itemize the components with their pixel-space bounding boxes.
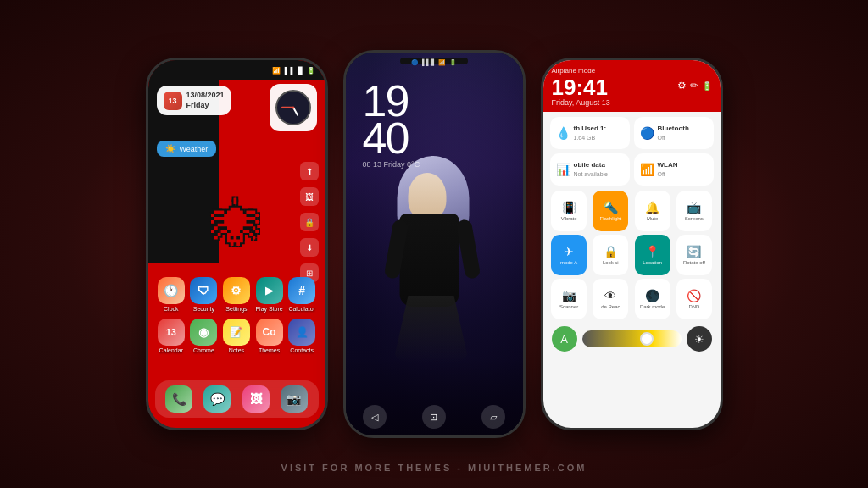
- right-battery-icon: 🔋: [702, 81, 712, 91]
- control-tile-mobile-data[interactable]: 📊 obile data Not available: [550, 153, 630, 186]
- rotate-icon: 🔄: [687, 245, 701, 258]
- date-widget[interactable]: 13 13/08/2021 Friday: [157, 86, 231, 115]
- spiderman-logo: 🕷: [211, 200, 262, 251]
- icon-airplane[interactable]: ✈ mode A: [551, 235, 587, 275]
- girl-figure: [385, 156, 495, 410]
- app-label-security: Security: [193, 306, 214, 312]
- icon-reader[interactable]: 👁 de Reac: [593, 279, 628, 319]
- app-settings[interactable]: ⚙ Settings: [220, 277, 253, 312]
- app-label-playstore: Play Store: [255, 306, 282, 312]
- right-date: Friday, August 13: [552, 98, 610, 107]
- center-battery-icon: 🔋: [449, 59, 457, 66]
- sun-icon: ☀: [694, 333, 704, 346]
- icon-location[interactable]: 📍 Location: [635, 235, 670, 275]
- app-icon-playstore: ▶: [256, 277, 283, 304]
- brightness-slider[interactable]: [582, 330, 682, 347]
- app-calculator[interactable]: # Calculator: [286, 277, 318, 312]
- left-notch-bar: 📶 ▌▌ ▊ 🔋: [148, 60, 326, 80]
- right-gear-icon[interactable]: ⚙: [677, 80, 687, 92]
- icon-flashlight[interactable]: 🔦 Flashlight: [593, 191, 628, 231]
- weather-bar[interactable]: ☀️ Weather: [157, 141, 217, 157]
- icon-mute[interactable]: 🔔 Mute: [635, 191, 670, 231]
- right-time: 19:41: [552, 76, 610, 98]
- bottom-sun-button[interactable]: ☀: [687, 326, 712, 352]
- control-row-2: 📊 obile data Not available 📶 WLAN Off: [550, 153, 714, 186]
- brightness-handle: [640, 332, 654, 346]
- icon-lockscreen[interactable]: 🔒 Lock si: [593, 235, 628, 275]
- side-icons: ⬆ 🖼 🔒 ⬇ ⊞: [300, 162, 319, 282]
- app-chrome[interactable]: ◉ Chrome: [187, 319, 220, 353]
- dock-phone[interactable]: 📞: [163, 385, 195, 413]
- side-icon-lock[interactable]: 🔒: [300, 213, 319, 231]
- wlan-icon: 📶: [640, 163, 654, 176]
- phone-center: 🔵 ▌▌▊ 📶 🔋 19 40 08 13 Friday 0°C ◁ ⊡ ▱: [343, 50, 526, 438]
- app-calendar[interactable]: 13 Calendar: [155, 319, 187, 353]
- bluetooth-icon: 🔵: [640, 126, 654, 140]
- reader-icon: 👁: [604, 289, 616, 302]
- app-icon-clock: 🕐: [158, 277, 185, 304]
- dock-icon-messages: 💬: [203, 385, 231, 413]
- a-letter: A: [560, 333, 568, 346]
- flashlight-icon: 🔦: [604, 201, 618, 214]
- date-text: 13/08/2021 Friday: [186, 91, 225, 110]
- control-row-1: 💧 th Used 1: 1.64 GB 🔵 Bluetooth Off: [550, 117, 714, 149]
- app-clock[interactable]: 🕐 Clock: [155, 277, 187, 312]
- bottom-a-button[interactable]: A: [552, 326, 577, 352]
- app-playstore[interactable]: ▶ Play Store: [253, 277, 286, 312]
- weather-icon: ☀️: [165, 144, 175, 153]
- app-contacts[interactable]: 👤 Contacts: [286, 319, 318, 353]
- flashlight-label: Flashlight: [600, 216, 622, 221]
- icon-dnd[interactable]: 🚫 DND: [676, 279, 712, 319]
- app-icon-notes: 📝: [223, 319, 250, 346]
- right-edit-icon[interactable]: ✏: [690, 80, 698, 92]
- icon-row-1: 📳 Vibrate 🔦 Flashlight 🔔 Mute 📺 Screens: [550, 191, 714, 231]
- center-status-bar: 🔵 ▌▌▊ 📶 🔋: [354, 59, 515, 66]
- center-wifi-icon: 📶: [438, 59, 446, 66]
- center-bluetooth-icon: 🔵: [411, 59, 419, 66]
- app-label-chrome: Chrome: [193, 347, 214, 353]
- airplane-mode-label: Airplane mode: [552, 67, 712, 75]
- app-label-settings: Settings: [225, 306, 247, 312]
- airplane-icon: ✈: [564, 245, 574, 258]
- rotate-label: Rotate off: [683, 260, 705, 265]
- dock-gallery[interactable]: 🖼: [240, 385, 272, 413]
- data-icon: 💧: [556, 126, 570, 140]
- darkmode-icon: 🌑: [645, 289, 659, 302]
- control-tile-bluetooth[interactable]: 🔵 Bluetooth Off: [634, 117, 714, 149]
- lockscreen-icon: 🔒: [604, 245, 618, 258]
- icon-scanner[interactable]: 📷 Scanner: [551, 279, 587, 319]
- data-tile-text: th Used 1: 1.64 GB: [574, 125, 607, 141]
- wlan-text: WLAN Off: [658, 161, 678, 177]
- side-icon-image[interactable]: 🖼: [300, 187, 319, 206]
- icon-rotate[interactable]: 🔄 Rotate off: [676, 235, 712, 275]
- control-tile-data[interactable]: 💧 th Used 1: 1.64 GB: [550, 117, 630, 149]
- app-security[interactable]: 🛡 Security: [187, 277, 220, 312]
- icon-vibrate[interactable]: 📳 Vibrate: [551, 191, 587, 231]
- right-header: Airplane mode 19:41 Friday, August 13 ⚙ …: [543, 60, 721, 112]
- icon-screens[interactable]: 📺 Screens: [676, 191, 712, 231]
- weather-label: Weather: [180, 145, 209, 153]
- icon-darkmode[interactable]: 🌑 Dark mode: [635, 279, 670, 319]
- dock-camera[interactable]: 📷: [278, 385, 310, 413]
- center-nav-back[interactable]: ◁: [363, 405, 387, 429]
- app-row-2: 13 Calendar ◉ Chrome 📝 Notes Co Themes: [155, 319, 319, 353]
- app-label-calendar: Calendar: [159, 347, 183, 353]
- app-themes[interactable]: Co Themes: [253, 319, 286, 353]
- airplane-label: mode A: [560, 260, 577, 265]
- side-icon-download[interactable]: ⬇: [300, 238, 319, 257]
- center-nav-recent[interactable]: ▱: [481, 405, 505, 429]
- side-icon-upload[interactable]: ⬆: [300, 162, 319, 180]
- icon-grid-section: 📳 Vibrate 🔦 Flashlight 🔔 Mute 📺 Screens: [543, 191, 721, 319]
- dock: 📞 💬 🖼 📷: [155, 380, 319, 418]
- control-tile-wlan[interactable]: 📶 WLAN Off: [634, 153, 714, 186]
- mute-label: Mute: [647, 216, 658, 221]
- dock-messages[interactable]: 💬: [201, 385, 233, 413]
- center-nav-home[interactable]: ⊡: [422, 405, 446, 429]
- screens-icon: 📺: [687, 201, 701, 214]
- app-icon-calendar: 13: [158, 319, 185, 346]
- center-bottom-bar: ◁ ⊡ ▱: [346, 405, 523, 429]
- clock-widget[interactable]: [270, 84, 317, 131]
- app-label-themes: Themes: [259, 347, 280, 353]
- app-notes[interactable]: 📝 Notes: [220, 319, 253, 353]
- app-grid: 🕐 Clock 🛡 Security ⚙ Settings ▶ Play Sto…: [155, 277, 319, 360]
